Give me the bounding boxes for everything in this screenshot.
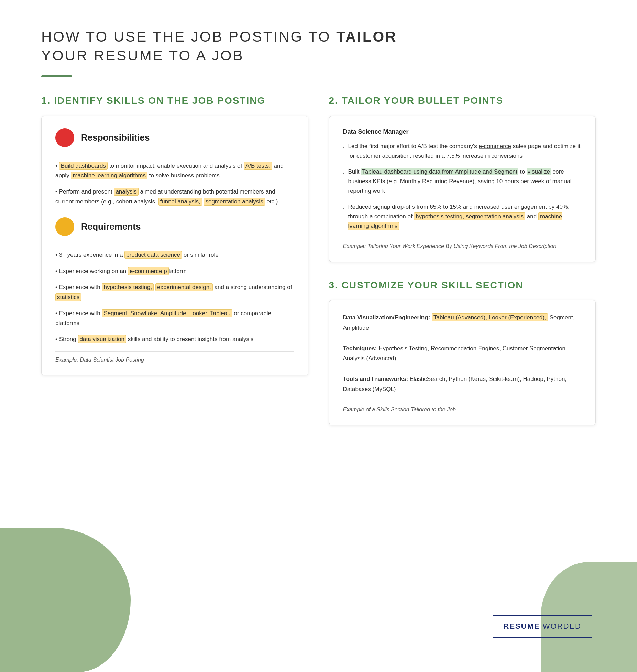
two-columns: 1. IDENTIFY SKILLS ON THE JOB POSTING Re…	[41, 95, 596, 442]
section3-heading: 3. CUSTOMIZE YOUR SKILL SECTION	[329, 279, 596, 291]
highlight-funnel: funnel analysis,	[158, 198, 202, 206]
tailor-bullet-3: Reduced signup drop-offs from 65% to 15%…	[343, 202, 582, 231]
resp-bullet-2: • Perform and present analysis aimed at …	[55, 187, 294, 207]
left-column: 1. IDENTIFY SKILLS ON THE JOB POSTING Re…	[41, 95, 308, 393]
highlight-tableau-skill: Tableau (Advanced), Looker (Experienced)…	[432, 313, 548, 321]
title-underline	[41, 75, 72, 77]
resume-worded-brand: RESUME WORDED	[493, 615, 592, 638]
req-bullet-4: • Experience with Segment, Snowflake, Am…	[55, 309, 294, 329]
highlight-data-viz: data visualization	[78, 335, 126, 343]
responsibilities-title: Responsibilities	[81, 132, 150, 143]
section2-heading: 2. TAILOR YOUR BULLET POINTS	[329, 95, 596, 107]
highlight-build-dashboards: Build dashboards	[59, 162, 108, 170]
req-bullet-1: • 3+ years experience in a product data …	[55, 250, 294, 260]
skills-content: Data Visualization/Engineering: Tableau …	[343, 312, 582, 394]
yellow-circle-icon	[55, 217, 74, 236]
req-bullet-2: • Experience working on an e-commerce pl…	[55, 266, 294, 276]
resp-bullet-1: • Build dashboards to monitor impact, en…	[55, 161, 294, 181]
highlight-ml-algorithms: machine learning algorithms	[71, 172, 147, 179]
title-bold: TAILOR	[336, 29, 397, 45]
skills-label-2: Techniques:	[343, 345, 377, 352]
red-circle-icon	[55, 128, 74, 147]
tailor-bullet-1: Led the first major effort to A/B test t…	[343, 142, 582, 161]
req-bullet-5: • Strong data visualization skills and a…	[55, 334, 294, 344]
skills-label-3: Tools and Frameworks:	[343, 376, 408, 382]
highlight-hypothesis: hypothesis testing,	[102, 283, 154, 291]
underline-ecommerce: e-commerce	[479, 143, 511, 150]
section2-card: Data Science Manager Led the first major…	[329, 116, 596, 262]
highlight-segmentation: segmentation analysis	[204, 198, 265, 206]
content-wrapper: HOW TO USE THE JOB POSTING TO TAILOR YOU…	[41, 27, 596, 442]
brand-worded: WORDED	[540, 622, 581, 630]
title-part1: HOW TO USE THE JOB POSTING TO	[41, 29, 336, 45]
requirements-header: Requirements	[55, 217, 294, 236]
tailor-bullet-2: Built Tableau dashboard using data from …	[343, 167, 582, 196]
section3-card: Data Visualization/Engineering: Tableau …	[329, 300, 596, 425]
highlight-product-data-science: product data science	[124, 251, 182, 259]
highlight-segment-tools: Segment, Snowflake, Amplitude, Looker, T…	[102, 309, 232, 317]
divider1	[55, 154, 294, 154]
highlight-hyp-testing: hypothesis testing, segmentation analysi…	[414, 212, 525, 220]
requirements-title: Requirements	[81, 221, 141, 232]
section3-example: Example of a Skills Section Tailored to …	[343, 401, 582, 413]
page-container: HOW TO USE THE JOB POSTING TO TAILOR YOU…	[0, 0, 637, 672]
right-column: 2. TAILOR YOUR BULLET POINTS Data Scienc…	[329, 95, 596, 442]
brand-resume: RESUME	[504, 622, 540, 630]
resume-worded-text: RESUME WORDED	[504, 622, 581, 630]
highlight-ab-tests: A/B tests;	[244, 162, 272, 170]
skills-label-1: Data Visualization/Engineering:	[343, 314, 430, 321]
underline-customer-acq: customer acquisition	[356, 153, 410, 159]
highlight-ecommerce: e-commerce p	[128, 267, 169, 275]
job-title: Data Science Manager	[343, 128, 582, 135]
section1-heading: 1. IDENTIFY SKILLS ON THE JOB POSTING	[41, 95, 308, 107]
highlight-visualize: visualize	[527, 168, 551, 175]
highlight-statistics: statistics	[55, 293, 81, 301]
req-bullet-3: • Experience with hypothesis testing, ex…	[55, 283, 294, 302]
bg-blob-left	[0, 528, 131, 672]
section1-card: Responsibilities • Build dashboards to m…	[41, 116, 308, 376]
highlight-analysis: analysis	[114, 188, 138, 196]
highlight-tableau: Tableau dashboard using data from Amplit…	[361, 168, 518, 175]
divider2	[55, 243, 294, 243]
section2-example: Example: Tailoring Your Work Experience …	[343, 238, 582, 250]
section1-example: Example: Data Scientist Job Posting	[55, 351, 294, 363]
highlight-experimental: experimental design,	[155, 283, 213, 291]
title-part2: YOUR RESUME TO A JOB	[41, 47, 244, 64]
responsibilities-header: Responsibilities	[55, 128, 294, 147]
main-title: HOW TO USE THE JOB POSTING TO TAILOR YOU…	[41, 27, 596, 65]
